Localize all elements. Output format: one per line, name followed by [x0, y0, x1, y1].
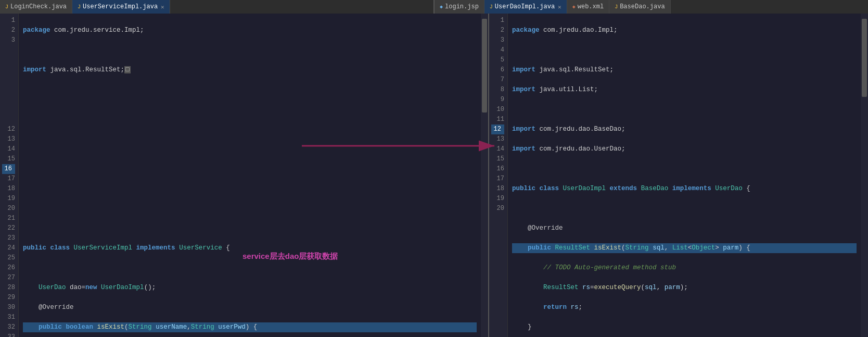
line-num: 19	[2, 194, 15, 204]
tab-login-check[interactable]: J LoginCheck.java	[0, 0, 72, 14]
line-num: .	[2, 75, 15, 85]
code-line-r8	[512, 164, 857, 174]
line-num: 11	[491, 115, 504, 124]
tab-login-jsp[interactable]: ◆ login.jsp	[435, 0, 484, 14]
line-num: 16	[491, 164, 504, 174]
tab-base-dao[interactable]: J BaseDao.java	[609, 0, 670, 14]
line-num: 3	[2, 35, 15, 45]
line-num: 8	[491, 85, 504, 95]
line-num: 5	[491, 55, 504, 65]
code-line-skip4	[23, 144, 477, 154]
code-line-r4: import java.util.List;	[512, 85, 857, 95]
code-line-r16: }	[512, 322, 857, 332]
line-num: 26	[2, 263, 15, 273]
line-num: 2	[2, 26, 15, 35]
line-num: .	[2, 85, 15, 95]
line-num: 16	[2, 164, 15, 174]
code-line-skip8	[23, 223, 477, 233]
line-num: 17	[2, 174, 15, 184]
line-num: 28	[2, 283, 15, 293]
code-line-14: UserDao dao=new UserDaoImpl();	[23, 283, 477, 293]
code-line-3: import java.sql.ResultSet;□	[23, 65, 477, 75]
line-num: 12	[2, 124, 15, 134]
code-line-skip	[23, 85, 477, 95]
tab-label: login.jsp	[445, 3, 479, 10]
code-line-skip5	[23, 164, 477, 174]
line-num: .	[2, 45, 15, 55]
code-line-16: public boolean isExist(String userName,S…	[23, 322, 477, 332]
line-num: 13	[491, 134, 504, 144]
left-tab-group: J LoginCheck.java J UserServiceImpl.java…	[0, 0, 435, 14]
java-file-icon: J	[78, 4, 81, 10]
tab-label: web.xml	[578, 3, 604, 10]
line-num: 29	[2, 293, 15, 303]
code-line-skip7	[23, 204, 477, 214]
code-line-skip6	[23, 184, 477, 194]
code-line-13	[23, 263, 477, 273]
code-line-15: @Override	[23, 303, 477, 313]
right-tab-group: ◆ login.jsp J UserDaoImpl.java ✕ ◈ web.x…	[435, 0, 868, 14]
code-line-2	[23, 45, 477, 55]
line-num: 18	[2, 184, 15, 194]
line-num: 4	[491, 45, 504, 55]
tab-label: UserDaoImpl.java	[495, 3, 555, 10]
tab-label: LoginCheck.java	[10, 3, 67, 10]
line-num: 30	[2, 303, 15, 313]
line-num: 2	[491, 26, 504, 35]
code-line-r14: ResultSet rs=executeQuery(sql, parm);	[512, 283, 857, 293]
right-line-numbers: 1 2 3 4 5 6 7 8 9 10 11 12 13 14 15 16 1…	[489, 14, 508, 337]
line-num: 20	[491, 204, 504, 214]
tab-label: BaseDao.java	[620, 3, 665, 10]
line-num: 14	[491, 144, 504, 154]
left-line-numbers: 1 2 3 . . . . . . . . 12 13 14 15 16 17 …	[0, 14, 19, 337]
line-num: .	[2, 115, 15, 124]
code-line-r10	[512, 204, 857, 214]
tab-web-xml[interactable]: ◈ web.xml	[567, 0, 609, 14]
java-file-icon: J	[490, 4, 493, 10]
line-num: 17	[491, 174, 504, 184]
xml-file-icon: ◈	[572, 4, 576, 10]
right-scroll-thumb[interactable]	[862, 19, 867, 97]
code-line-1: package com.jredu.service.Impl;	[23, 26, 477, 35]
line-num: 19	[491, 194, 504, 204]
code-line-r1: package com.jredu.dao.Impl;	[512, 26, 857, 35]
left-code-container: 1 2 3 . . . . . . . . 12 13 14 15 16 17 …	[0, 14, 488, 337]
line-num: 1	[2, 16, 15, 26]
code-line-r9: public class UserDaoImpl extends BaseDao…	[512, 184, 857, 194]
line-num: 22	[2, 223, 15, 233]
line-num: 6	[491, 65, 504, 75]
code-line-r5	[512, 105, 857, 115]
tab-bar: J LoginCheck.java J UserServiceImpl.java…	[0, 0, 868, 14]
code-line-r6: import com.jredu.dao.BaseDao;	[512, 124, 857, 134]
line-num: 27	[2, 273, 15, 283]
right-code-container: 1 2 3 4 5 6 7 8 9 10 11 12 13 14 15 16 1…	[489, 14, 868, 337]
code-line-r7: import com.jredu.dao.UserDao;	[512, 144, 857, 154]
left-editor-pane: 1 2 3 . . . . . . . . 12 13 14 15 16 17 …	[0, 14, 489, 337]
line-num: 10	[491, 105, 504, 115]
line-num: .	[2, 105, 15, 115]
editor-area: 1 2 3 . . . . . . . . 12 13 14 15 16 17 …	[0, 14, 868, 337]
right-scrollbar[interactable]	[861, 14, 868, 337]
java-file-icon: J	[5, 4, 8, 10]
tab-close-icon[interactable]: ✕	[558, 4, 561, 10]
tab-user-service-impl[interactable]: J UserServiceImpl.java ✕	[72, 0, 170, 14]
code-line-r3: import java.sql.ResultSet;	[512, 65, 857, 75]
left-scroll-thumb[interactable]	[482, 19, 487, 113]
right-code-content[interactable]: package com.jredu.dao.Impl; import java.…	[508, 14, 861, 337]
tab-close-icon[interactable]: ✕	[161, 4, 164, 10]
tab-user-dao-impl[interactable]: J UserDaoImpl.java ✕	[484, 0, 567, 14]
line-num: 24	[2, 243, 15, 253]
line-num: 1	[491, 16, 504, 26]
line-num: 18	[491, 184, 504, 194]
line-num: .	[2, 95, 15, 105]
left-scrollbar[interactable]	[481, 14, 488, 337]
java-file-icon: J	[615, 4, 618, 10]
code-line-r12: public ResultSet isExist(String sql, Lis…	[512, 243, 857, 253]
line-num: 23	[2, 233, 15, 243]
annotation-label: service层去dao层获取数据	[242, 251, 338, 261]
left-code-content[interactable]: package com.jredu.service.Impl; import j…	[19, 14, 481, 337]
jsp-file-icon: ◆	[440, 4, 443, 10]
line-num: 20	[2, 204, 15, 214]
line-num: 3	[491, 35, 504, 45]
line-num: 15	[2, 154, 15, 164]
